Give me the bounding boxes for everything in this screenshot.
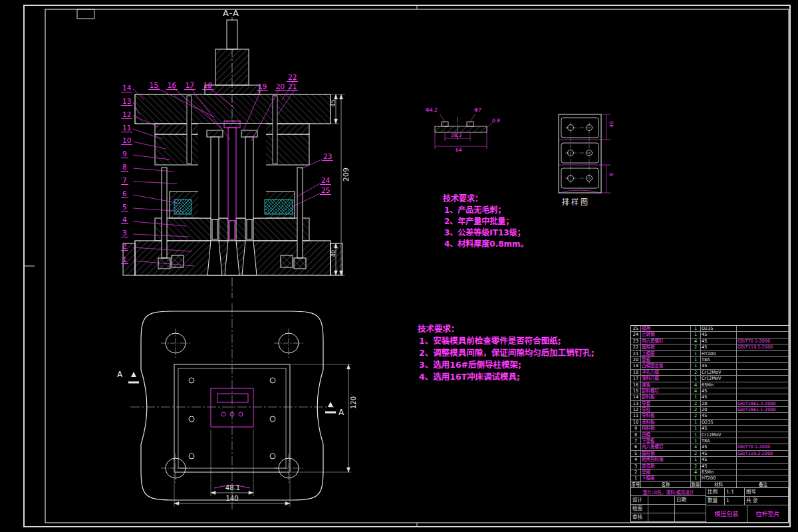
part-seq: 16 [631,382,641,388]
dim-part-hole: Φ4.2 [426,107,438,113]
balloon-label: 11 [121,124,132,132]
part-material: Q235 [701,420,737,426]
part-qty: 1 [691,420,701,426]
part-material: Cr12MoV [701,376,737,382]
balloons-top-b: 1920 [253,79,289,92]
draw-date [675,505,706,513]
tech-item: 1、安装模具前检查零件是否符合图纸; [418,335,595,347]
part-qty: 2 [691,464,701,469]
dim-top: 45 [331,100,336,106]
part-remark [737,363,789,369]
part-name: 圆柱销 [641,344,691,350]
parts-table-rows: 25 模柄 1 Q235 24 止转销 1 45 23 内六角螺钉 4 45 G… [631,326,789,482]
part-qty: 1 [691,326,701,332]
part-qty: 1 [691,351,701,357]
part-remark [737,475,789,481]
part-qty: 1 [691,457,701,463]
part-remark [737,376,789,382]
part-name: 弹簧 [641,382,691,388]
part-material: 65Mn [701,382,737,388]
part-seq: 10 [631,420,641,426]
part-remark [737,357,789,363]
title-block-right: 比例 1:1 图号 数量 1 共 张 模压包装 拉杆垫片 [706,488,788,522]
dim-plan-width: 140 [220,495,244,502]
part-seq: 7 [631,438,641,444]
balloon-label: 8 [121,163,128,172]
part-remark: GB/T70.1-2000 [737,444,789,450]
scale-label: 比例 [706,488,725,496]
part-remark [737,413,789,419]
part-seq: 20 [631,357,641,363]
tech-item: 3、选用16#后侧导柱模架; [418,359,595,371]
balloon-label: 15 [148,81,160,90]
parts-table-row: 18 冲孔凸模 2 Cr12MoV [631,370,789,376]
part-name: 止转销 [641,332,691,338]
part-material: Cr12MoV [701,432,737,438]
parts-table-row: 19 凸模固定板 1 45 [631,363,789,369]
balloon-label: 23 [322,152,333,161]
part-material: 65Mn [701,469,737,475]
part-remark [737,394,789,400]
part-remark [737,382,789,388]
part-name: 定位销 [641,464,691,469]
part-name: 导柱 [641,407,691,413]
part-material: T8A [701,357,737,363]
part-material: 45 [701,363,737,369]
title-block: 垫片(冲孔、落料)模具设计 设计 日期 绘图 审核 比例 1:1 图号 数量 1… [630,487,789,523]
part-seq: 1 [631,475,641,481]
scale-row: 比例 1:1 图号 [706,488,788,497]
drawing-no-label: 图号 [745,488,788,496]
signature-grid: 设计 日期 绘图 审核 [631,496,706,522]
part-name: 垫板 [641,357,691,363]
part-qty: 1 [691,432,701,438]
balloon-label: 5 [121,203,128,211]
project-title: 垫片(冲孔、落料)模具设计 [631,488,706,496]
date-label: 日期 [675,496,706,505]
part-name: 下垫板 [641,438,691,444]
scale-value: 1:1 [725,488,745,496]
balloon-label: 20 [275,82,286,91]
part-name: 垫圈 [641,469,691,475]
part-remark [737,426,789,432]
balloon-label: 25 [320,186,331,195]
part-material: T8A [701,438,737,444]
parts-table-row: 22 圆柱销 2 45 GB/T119.2-2000 [631,344,789,350]
part-name: 卸料板 [641,394,691,400]
part-name: 冲孔凸模 [641,370,691,376]
tech-items: 1、安装模具前检查零件是否符合图纸;2、调整模具间隙，保证间隙均匀后加工销钉孔;… [418,335,595,383]
balloon-label: 18 [202,81,213,90]
dim-part-boss: Φ7 [474,107,481,113]
strip-layout-label: 排样图 [562,196,590,207]
part-material: Cr12MoV [701,370,737,376]
dim-part-width: 64 [456,147,462,153]
balloon-label: 2 [121,242,128,251]
dim-strip-margin: 8 [608,173,614,176]
part-seq: 15 [631,388,641,394]
part-remark [737,370,789,376]
part-seq: 2 [631,469,641,475]
tech-item: 4、材料厚度0.8mm。 [443,239,529,250]
part-remark: GB/T2861.3-2008 [737,401,789,407]
part-seq: 12 [631,407,641,413]
parts-table-row: 17 落料凸模 1 Cr12MoV [631,376,789,382]
part-seq: 5 [631,451,641,457]
parts-table-row: 23 内六角螺钉 4 45 GB/T70.1-2000 [631,338,789,344]
part-qty: 2 [691,451,701,457]
part-material: 45 [701,457,737,463]
tech-item: 1、产品无毛刺； [443,205,529,216]
part-qty: 4 [691,444,701,450]
part-qty: 2 [691,407,701,413]
tech-item: 2、年产量中批量； [443,216,529,227]
qty-row: 数量 1 共 张 [706,497,788,505]
part-name: 卸料螺钉 [641,388,691,394]
balloons-top-a: 15161718 [145,78,217,90]
tech-requirements-right: 技术要求： 1、产品无毛刺；2、年产量中批量；3、公差等级IT13级；4、材料厚… [443,194,529,250]
part-seq: 24 [631,332,641,338]
part-material: 20 [701,401,737,407]
part-remark [737,332,789,338]
section-mark-a-left: A [117,370,122,379]
part-remark [737,388,789,394]
balloons-left: 1413121110987654321 [121,80,132,265]
part-qty: 4 [691,469,701,475]
part-material: 45 [701,413,737,419]
